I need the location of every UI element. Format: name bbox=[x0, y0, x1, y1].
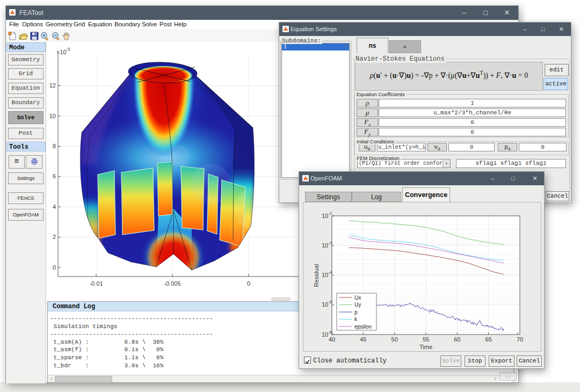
svg-text:8: 8 bbox=[53, 143, 56, 149]
svg-text:-2: -2 bbox=[328, 211, 332, 216]
svg-text:10: 10 bbox=[322, 242, 328, 249]
svg-text:10: 10 bbox=[322, 272, 328, 278]
svg-text:40: 40 bbox=[329, 336, 335, 343]
svg-text:10: 10 bbox=[49, 113, 56, 119]
svg-text:2: 2 bbox=[53, 234, 56, 240]
svg-text:10: 10 bbox=[322, 331, 328, 338]
svg-text:12: 12 bbox=[49, 82, 56, 89]
svg-text:-0.005: -0.005 bbox=[164, 280, 180, 287]
svg-text:55: 55 bbox=[423, 336, 429, 343]
svg-text:60: 60 bbox=[454, 336, 460, 343]
svg-text:50: 50 bbox=[392, 336, 398, 343]
svg-text:6: 6 bbox=[53, 173, 56, 179]
svg-text:Uy: Uy bbox=[354, 302, 361, 308]
svg-text:-5: -5 bbox=[328, 300, 332, 304]
svg-text:10: 10 bbox=[322, 213, 328, 219]
svg-text:p: p bbox=[354, 309, 358, 315]
svg-text:-3: -3 bbox=[328, 241, 332, 245]
svg-text:10: 10 bbox=[322, 301, 328, 308]
svg-text:-6: -6 bbox=[328, 330, 332, 335]
svg-text:-3: -3 bbox=[66, 47, 70, 52]
svg-text:epsilon: epsilon bbox=[354, 324, 372, 330]
svg-text:Time: Time bbox=[419, 344, 432, 350]
svg-text:×10: ×10 bbox=[56, 49, 67, 55]
svg-text:Ux: Ux bbox=[354, 295, 361, 301]
svg-text:-0.01: -0.01 bbox=[89, 280, 103, 287]
svg-text:0: 0 bbox=[53, 264, 56, 271]
svg-text:65: 65 bbox=[485, 336, 492, 343]
svg-text:0: 0 bbox=[247, 280, 250, 287]
svg-text:45: 45 bbox=[360, 336, 366, 343]
svg-text:-4: -4 bbox=[328, 270, 332, 275]
svg-text:4: 4 bbox=[53, 204, 56, 210]
svg-text:70: 70 bbox=[517, 336, 523, 343]
svg-text:Residual: Residual bbox=[313, 264, 320, 287]
